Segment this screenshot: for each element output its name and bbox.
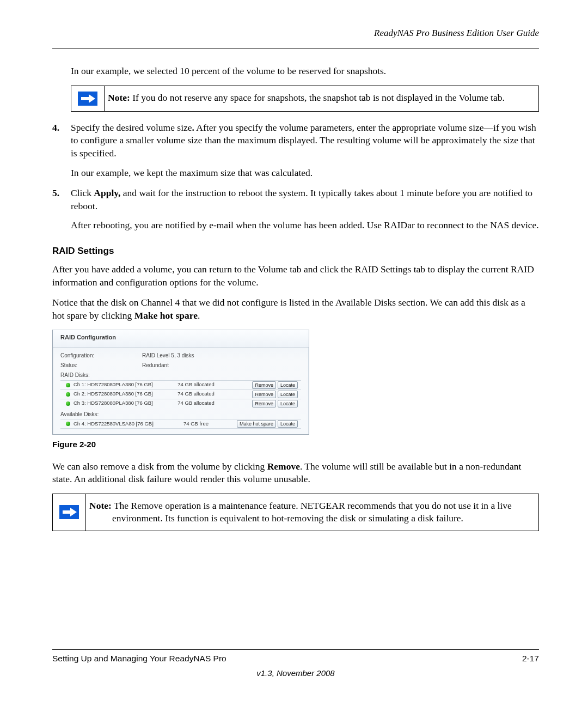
- raid-panel-title: RAID Configuration: [53, 330, 309, 348]
- disk-row: Ch 2: HDS728080PLA380 [76 GB] 74 GB allo…: [60, 389, 301, 399]
- remove-button[interactable]: Remove: [252, 400, 276, 407]
- footer-version: v1.3, November 2008: [52, 668, 539, 679]
- note-box-1: Note: If you do not reserve any space fo…: [71, 86, 539, 112]
- config-value: RAID Level 5, 3 disks: [142, 352, 194, 360]
- note-2-text: Note: The Remove operation is a maintena…: [112, 500, 534, 525]
- status-dot-icon: [66, 401, 70, 406]
- raid-disks-label: RAID Disks:: [60, 372, 301, 379]
- step-4: 4. Specify the desired volume size. Afte…: [52, 121, 539, 180]
- page-number: 2-17: [522, 653, 539, 665]
- status-label: Status:: [60, 362, 142, 369]
- note-box-2: Note: The Remove operation is a maintena…: [52, 494, 539, 531]
- note-arrow-icon: [71, 86, 105, 111]
- config-label: Configuration:: [60, 352, 142, 360]
- footer-section-title: Setting Up and Managing Your ReadyNAS Pr…: [52, 653, 226, 665]
- note-1-text: Note: If you do not reserve any space fo…: [131, 92, 534, 105]
- header-rule: [52, 48, 539, 48]
- status-dot-icon: [66, 422, 70, 426]
- figure-raid-config: RAID Configuration Configuration: RAID L…: [52, 330, 539, 435]
- remove-button[interactable]: Remove: [252, 391, 276, 398]
- disk-row: Ch 3: HDS728080PLA380 [76 GB] 74 GB allo…: [60, 399, 301, 408]
- doc-header-title: ReadyNAS Pro Business Edition User Guide: [374, 27, 539, 40]
- status-dot-icon: [66, 383, 70, 387]
- section-heading-raid-settings: RAID Settings: [52, 245, 539, 258]
- status-dot-icon: [66, 392, 70, 397]
- para-c: We can also remove a disk from the volum…: [52, 460, 539, 486]
- locate-button[interactable]: Locate: [278, 420, 298, 428]
- step-5: 5. Click Apply, and wait for the instruc…: [52, 187, 539, 232]
- note-arrow-icon: [53, 494, 86, 531]
- para-b: Notice that the disk on Channel 4 that w…: [52, 296, 539, 322]
- para-a: After you have added a volume, you can r…: [52, 263, 539, 289]
- locate-button[interactable]: Locate: [278, 391, 298, 398]
- locate-button[interactable]: Locate: [278, 400, 298, 407]
- make-hot-spare-button[interactable]: Make hot spare: [237, 420, 276, 428]
- locate-button[interactable]: Locate: [278, 381, 298, 389]
- raid-config-panel: RAID Configuration Configuration: RAID L…: [52, 330, 309, 435]
- available-disks-label: Available Disks:: [60, 411, 301, 418]
- status-value: Redundant: [142, 362, 169, 369]
- disk-row: Ch 1: HDS728080PLA380 [76 GB] 74 GB allo…: [60, 380, 301, 389]
- remove-button[interactable]: Remove: [252, 381, 276, 389]
- intro-paragraph: In our example, we selected 10 percent o…: [71, 65, 539, 78]
- disk-row: Ch 4: HDS722580VLSA80 [76 GB] 74 GB free…: [60, 419, 301, 429]
- figure-caption: Figure 2-20: [52, 439, 539, 450]
- footer-rule: [52, 649, 539, 650]
